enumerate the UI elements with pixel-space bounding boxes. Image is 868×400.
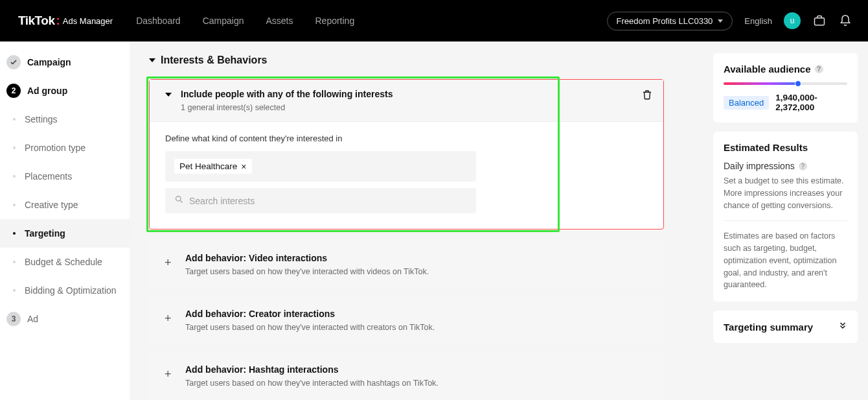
sidebar-item-bidding-optimization[interactable]: Bidding & Optimization [0, 276, 130, 305]
define-label: Define what kind of content they're inte… [165, 134, 648, 143]
double-chevron-down-icon [838, 321, 847, 333]
sidebar-adgroup[interactable]: 2 Ad group [0, 76, 130, 105]
top-header: TikTok : Ads Manager Dashboard Campaign … [0, 0, 868, 41]
sidebar-item-targeting[interactable]: Targeting [0, 219, 130, 248]
account-selector[interactable]: Freedom Profits LLC0330 [607, 12, 733, 30]
left-sidebar: Campaign 2 Ad group Settings Promotion t… [0, 41, 130, 400]
plus-icon: + [165, 368, 174, 380]
briefcase-icon[interactable] [812, 14, 827, 28]
step-number-icon: 3 [6, 312, 21, 326]
account-name: Freedom Profits LLC0330 [617, 16, 713, 26]
nav-dashboard[interactable]: Dashboard [136, 16, 181, 26]
behavior-subtitle: Target users based on how they've intera… [185, 267, 429, 276]
behavior-title: Add behavior: Video interactions [185, 253, 429, 263]
triangle-down-icon [149, 58, 155, 62]
nav-campaign[interactable]: Campaign [203, 16, 244, 26]
targeting-summary-card[interactable]: Targeting summary [713, 311, 858, 343]
daily-impressions-label: Daily impressions [724, 161, 795, 171]
triangle-down-icon [165, 93, 172, 97]
header-right: Freedom Profits LLC0330 English u [607, 12, 853, 30]
sidebar-item-budget-schedule[interactable]: Budget & Schedule [0, 248, 130, 276]
interests-box-header[interactable]: Include people with any of the following… [150, 80, 663, 122]
search-icon [174, 194, 184, 207]
interests-box-body: Define what kind of content they're inte… [150, 122, 663, 229]
help-icon[interactable]: ? [815, 65, 823, 73]
sidebar-adgroup-label: Ad group [27, 86, 67, 96]
bell-icon[interactable] [838, 14, 852, 28]
add-behavior-video[interactable]: + Add behavior: Video interactions Targe… [149, 241, 664, 288]
sidebar-item-label: Bidding & Optimization [25, 285, 117, 296]
chevron-down-icon [718, 19, 723, 23]
sidebar-item-label: Placements [25, 171, 72, 182]
search-interests-input[interactable] [189, 196, 467, 206]
svg-rect-0 [815, 18, 825, 25]
available-audience-title: Available audience [724, 64, 811, 75]
section-interests-behaviors[interactable]: Interests & Behaviors [149, 54, 664, 66]
estimated-results-title: Estimated Results [724, 142, 847, 153]
step-number-icon: 2 [6, 84, 21, 98]
audience-range: 1,940,000-2,372,000 [775, 93, 847, 112]
user-avatar[interactable]: u [784, 12, 801, 29]
sidebar-campaign-label: Campaign [27, 57, 71, 67]
behavior-title: Add behavior: Hashtag interactions [185, 364, 439, 375]
available-audience-card: Available audience ? Balanced 1,940,000-… [713, 53, 858, 123]
sidebar-item-label: Promotion type [25, 143, 86, 153]
logo-subtext: Ads Manager [63, 16, 113, 26]
plus-icon: + [165, 312, 174, 324]
sidebar-campaign[interactable]: Campaign [0, 48, 130, 76]
main-nav: Dashboard Campaign Assets Reporting [136, 16, 606, 26]
svg-point-1 [176, 196, 181, 202]
nav-assets[interactable]: Assets [266, 16, 293, 26]
interest-chip: Pet Healthcare × [174, 159, 252, 174]
logo-text: TikTok [18, 14, 54, 28]
sidebar-item-label: Targeting [25, 228, 65, 239]
sidebar-item-creative-type[interactable]: Creative type [0, 191, 130, 219]
sidebar-item-label: Settings [25, 114, 58, 124]
right-panel: Available audience ? Balanced 1,940,000-… [703, 41, 868, 400]
daily-impressions-text: Set a budget to see this estimate. More … [724, 175, 847, 211]
interests-box-subtitle: 1 general interest(s) selected [181, 103, 641, 112]
plus-icon: + [165, 257, 174, 268]
sidebar-ad-label: Ad [27, 314, 38, 324]
check-icon [6, 55, 21, 69]
logo[interactable]: TikTok : Ads Manager [18, 14, 113, 28]
add-behavior-hashtag[interactable]: + Add behavior: Hashtag interactions Tar… [149, 353, 664, 399]
selected-interests-row[interactable]: Pet Healthcare × [165, 151, 476, 182]
interests-include-box: Include people with any of the following… [149, 79, 664, 229]
add-behavior-creator[interactable]: + Add behavior: Creator interactions Tar… [149, 297, 664, 344]
search-interests-row[interactable] [165, 188, 476, 213]
sidebar-item-promotion-type[interactable]: Promotion type [0, 134, 130, 162]
sidebar-item-placements[interactable]: Placements [0, 162, 130, 191]
sidebar-ad[interactable]: 3 Ad [0, 305, 130, 333]
audience-meter-knob [795, 80, 801, 87]
remove-chip-icon[interactable]: × [241, 162, 246, 171]
estimated-results-card: Estimated Results Daily impressions ? Se… [713, 132, 858, 301]
behavior-subtitle: Target users based on how they've intera… [185, 379, 439, 388]
svg-line-2 [180, 200, 182, 202]
audience-meter [724, 82, 847, 85]
sidebar-item-label: Creative type [25, 200, 78, 210]
language-selector[interactable]: English [744, 16, 772, 26]
nav-reporting[interactable]: Reporting [315, 16, 354, 26]
interest-chip-label: Pet Healthcare [179, 161, 237, 171]
behavior-title: Add behavior: Creator interactions [185, 309, 435, 319]
divider [724, 220, 847, 221]
behavior-subtitle: Target users based on how they've intera… [185, 323, 435, 332]
help-icon[interactable]: ? [799, 162, 807, 171]
sidebar-item-label: Budget & Schedule [25, 257, 102, 267]
targeting-summary-title: Targeting summary [724, 322, 813, 333]
sidebar-item-settings[interactable]: Settings [0, 105, 130, 134]
audience-meter-fill [724, 82, 798, 85]
section-title-label: Interests & Behaviors [161, 54, 268, 66]
audience-status-badge: Balanced [724, 96, 769, 110]
main-content: Interests & Behaviors Include people wit… [130, 41, 703, 400]
estimate-disclaimer: Estimates are based on factors such as t… [724, 230, 847, 291]
logo-dot-icon: : [56, 14, 60, 28]
delete-button[interactable] [641, 89, 653, 103]
interests-box-title: Include people with any of the following… [181, 89, 641, 99]
